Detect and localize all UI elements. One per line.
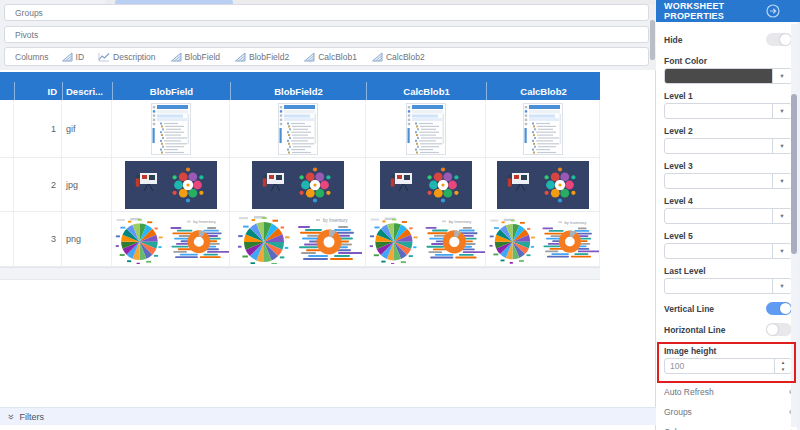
panel-title: WORKSHEET PROPERTIES (664, 1, 766, 21)
column-chip-blobfield[interactable]: BlobField (170, 52, 220, 62)
table-row: 3pngby Inventoryby Inventoryby Inventory… (0, 212, 600, 267)
column-chips: IDDescriptionBlobFieldBlobField2CalcBlob… (61, 52, 425, 62)
field-triangle-icon (303, 52, 315, 62)
grid-header-cell-descri[interactable]: Descri... (62, 82, 112, 100)
groups-dropzone[interactable]: Groups (4, 4, 649, 21)
hide-label: Hide (664, 35, 682, 45)
pivots-dropzone-label: Pivots (15, 30, 38, 40)
dropdown-value (665, 104, 772, 118)
grid-header-cell-calcblob2[interactable]: CalcBlob2 (486, 82, 600, 100)
vertical-line-toggle-knob (780, 303, 791, 314)
grid-footer-strip (0, 267, 600, 280)
filters-bar[interactable]: « Filters (0, 407, 656, 425)
worksheet-properties-panel: WORKSHEET PROPERTIES Hide Font Color ▼ L… (656, 0, 800, 430)
panel-header: WORKSHEET PROPERTIES (656, 0, 800, 22)
vertical-line-row: Vertical Line (664, 301, 792, 316)
field-triangle-icon (234, 52, 246, 62)
horizontal-line-toggle-knob (767, 324, 778, 335)
row-indicator-cell[interactable] (0, 158, 14, 211)
hide-toggle-knob (780, 34, 791, 45)
description-cell: gif (62, 100, 112, 157)
horizontal-line-label: Horizontal Line (664, 325, 725, 335)
columns-dropzone[interactable]: Columns IDDescriptionBlobFieldBlobField2… (4, 47, 649, 66)
font-color-label: Font Color (664, 56, 792, 66)
level-5-dropdown[interactable]: ▼ (664, 243, 792, 259)
level-1-dropdown[interactable]: ▼ (664, 103, 792, 119)
worksheet-grid: IDDescri...BlobFieldBlobField2CalcBlob1C… (0, 72, 600, 280)
section-columns[interactable]: Columns‹ (664, 422, 792, 430)
image-height-input[interactable]: 100 (665, 359, 774, 373)
filters-expand-icon[interactable]: « (6, 414, 16, 420)
table-row: 2jpg (0, 158, 600, 212)
font-color-dropdown[interactable]: ▼ (664, 68, 792, 84)
column-chip-label: CalcBlob2 (386, 52, 425, 62)
dropdown-value (665, 174, 772, 188)
spinner-up-icon[interactable]: ▲ (775, 359, 791, 366)
pie-donut-charts-thumbnail: by Inventory (486, 212, 600, 266)
vertical-line-toggle[interactable] (766, 302, 792, 315)
level-2-label: Level 2 (664, 126, 792, 136)
panel-sections: Auto Refresh‹Groups‹Columns‹ (656, 382, 800, 430)
dropdown-arrow-icon[interactable]: ▼ (772, 209, 791, 223)
font-color-dropdown-arrow-icon[interactable]: ▼ (772, 69, 791, 83)
grid-header-cell-calcblob1[interactable]: CalcBlob1 (366, 82, 486, 100)
field-bars-zone: Groups Pivots Columns IDDescriptionBlobF… (0, 0, 656, 70)
grid-header-cell-blobfield[interactable]: BlobField (112, 82, 230, 100)
column-chip-calcblob2[interactable]: CalcBlob2 (371, 52, 425, 62)
collapse-panel-arrow-icon[interactable] (766, 4, 780, 18)
level-1-label: Level 1 (664, 91, 792, 101)
section-label: Groups (664, 407, 692, 417)
row-indicator-cell[interactable] (0, 212, 14, 266)
panel-scrollbar-thumb[interactable] (791, 94, 797, 254)
panel-scrollbar[interactable] (791, 24, 797, 427)
svg-text:by Inventory: by Inventory (193, 219, 216, 224)
id-cell: 1 (14, 100, 62, 157)
dropdown-value (665, 244, 772, 258)
dropdown-arrow-icon[interactable]: ▼ (772, 279, 791, 293)
spinner-down-icon[interactable]: ▼ (775, 366, 791, 373)
column-chip-blobfield2[interactable]: BlobField2 (234, 52, 289, 62)
pie-donut-charts-thumbnail: by Inventory (112, 212, 230, 266)
dropdown-arrow-icon[interactable]: ▼ (772, 104, 791, 118)
pie-donut-charts-thumbnail: by Inventory (366, 212, 486, 266)
grid-header-band (0, 72, 600, 82)
pivots-dropzone[interactable]: Pivots (4, 26, 649, 43)
tree-screenshot-thumbnail (230, 100, 366, 157)
svg-text:by Inventory: by Inventory (449, 219, 473, 224)
level-4-label: Level 4 (664, 196, 792, 206)
dropdown-arrow-icon[interactable]: ▼ (772, 244, 791, 258)
vertical-scrollbar-main-thumb[interactable] (650, 20, 655, 60)
column-chip-label: ID (76, 52, 85, 62)
field-triangle-icon (371, 52, 383, 62)
vertical-scrollbar-main[interactable] (650, 8, 655, 70)
last-level-dropdown[interactable]: ▼ (664, 278, 792, 294)
level-5-label: Level 5 (664, 231, 792, 241)
section-groups[interactable]: Groups‹ (664, 402, 792, 422)
level-4-dropdown[interactable]: ▼ (664, 208, 792, 224)
section-auto-refresh[interactable]: Auto Refresh‹ (664, 382, 792, 402)
worksheet-canvas: Groups Pivots Columns IDDescriptionBlobF… (0, 0, 656, 430)
column-chip-id[interactable]: ID (61, 52, 85, 62)
column-chip-description[interactable]: Description (98, 52, 156, 62)
hexagon-illustration-thumbnail (486, 158, 600, 211)
dropdown-value (665, 209, 772, 223)
grid-header-cell-id[interactable]: ID (14, 82, 62, 100)
dropdown-value (665, 139, 772, 153)
level-2-dropdown[interactable]: ▼ (664, 138, 792, 154)
horizontal-line-toggle[interactable] (766, 323, 792, 336)
tree-screenshot-thumbnail (486, 100, 600, 157)
worksheet-designer: Groups Pivots Columns IDDescriptionBlobF… (0, 0, 800, 430)
font-color-swatch (665, 69, 772, 83)
level-dropdowns: Level 1▼Level 2▼Level 3▼Level 4▼Level 5▼… (656, 91, 800, 294)
hexagon-illustration-thumbnail (366, 158, 486, 211)
grid-header-cell-blobfield2[interactable]: BlobField2 (230, 82, 366, 100)
svg-text:by Inventory: by Inventory (565, 220, 587, 225)
dropdown-arrow-icon[interactable]: ▼ (772, 139, 791, 153)
dropdown-arrow-icon[interactable]: ▼ (772, 174, 791, 188)
column-chip-calcblob1[interactable]: CalcBlob1 (303, 52, 357, 62)
hexagon-illustration-thumbnail (230, 158, 366, 211)
hide-toggle[interactable] (766, 33, 792, 46)
level-3-dropdown[interactable]: ▼ (664, 173, 792, 189)
table-row: 1gif (0, 100, 600, 158)
row-indicator-cell[interactable] (0, 100, 14, 157)
